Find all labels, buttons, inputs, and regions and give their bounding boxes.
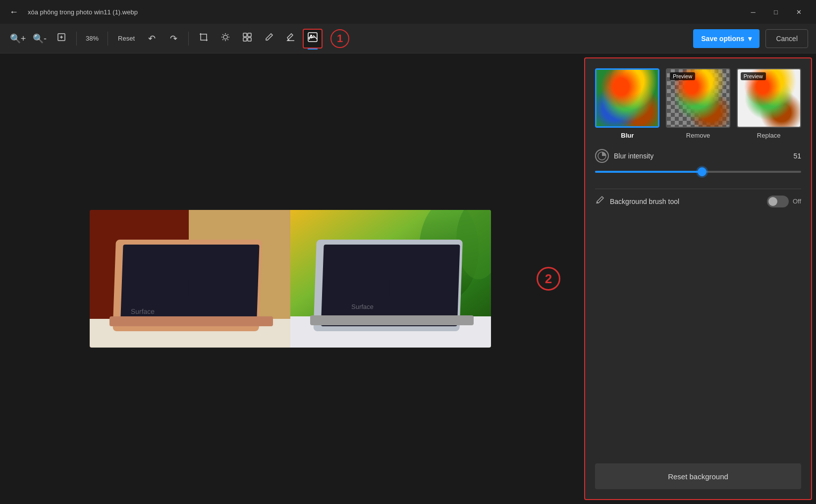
crop-icon <box>199 32 209 45</box>
redo-button[interactable]: ↷ <box>163 29 183 49</box>
fit-button[interactable] <box>52 29 71 49</box>
back-icon: ← <box>9 7 18 17</box>
svg-rect-25 <box>109 316 273 326</box>
photo-container: Surface <box>90 210 491 348</box>
zoom-in-icon: 🔍+ <box>10 33 26 44</box>
svg-rect-28 <box>180 290 187 297</box>
canvas-area: 2 <box>0 53 580 504</box>
right-panel: Blur Preview Remove Preview Replace <box>584 57 812 500</box>
zoom-percent: 38% <box>82 35 103 42</box>
photo-right: Surface <box>290 210 491 348</box>
svg-rect-39 <box>389 282 396 289</box>
reset-button[interactable]: Reset <box>113 32 140 45</box>
zoom-out-button[interactable]: 🔍- <box>30 29 50 49</box>
bg-options-row: Blur Preview Remove Preview Replace <box>595 68 801 139</box>
blur-thumb <box>595 68 659 128</box>
remove-preview-badge: Preview <box>670 72 695 80</box>
undo-button[interactable]: ↶ <box>142 29 162 49</box>
remove-option[interactable]: Preview Remove <box>666 68 731 139</box>
zoom-out-icon: 🔍- <box>33 33 47 44</box>
filter-icon <box>242 32 252 45</box>
replace-option[interactable]: Preview Replace <box>736 68 801 139</box>
replace-preview-badge: Preview <box>741 72 766 80</box>
toolbar: 🔍+ 🔍- 38% Reset ↶ ↷ <box>0 24 816 53</box>
right-photo-svg: Surface <box>290 210 491 348</box>
blur-intensity-label: Blur intensity <box>614 152 788 160</box>
save-options-button[interactable]: Save options ▾ <box>693 29 760 48</box>
brush-icon <box>595 195 605 207</box>
svg-rect-15 <box>248 38 251 41</box>
remove-label: Remove <box>686 132 710 139</box>
blur-label: Blur <box>621 132 634 139</box>
maximize-button[interactable]: □ <box>764 4 787 20</box>
left-photo-svg: Surface <box>90 210 290 348</box>
draw-icon <box>264 32 274 45</box>
background-tool-button[interactable] <box>303 29 323 49</box>
photo-left: Surface <box>90 210 290 348</box>
blur-intensity-row: Blur intensity 51 <box>595 149 801 163</box>
svg-point-17 <box>310 35 312 37</box>
slider-track <box>595 171 801 173</box>
svg-rect-27 <box>189 282 196 289</box>
slider-thumb[interactable] <box>698 167 707 176</box>
filter-button[interactable] <box>237 29 257 49</box>
svg-rect-14 <box>243 38 247 41</box>
erase-button[interactable] <box>281 29 301 49</box>
cancel-button[interactable]: Cancel <box>765 29 808 48</box>
redo-icon: ↷ <box>170 33 177 44</box>
window-title: xóa phông trong photo win11 (1).webp <box>28 8 736 16</box>
svg-rect-37 <box>310 315 474 325</box>
blur-intensity-icon <box>595 149 609 163</box>
maximize-icon: □ <box>774 8 778 16</box>
svg-line-9 <box>227 39 228 40</box>
separator <box>595 189 801 189</box>
toggle-state-label: Off <box>793 198 801 205</box>
divider3 <box>188 32 189 46</box>
svg-rect-13 <box>248 33 251 37</box>
brush-tool-row: Background brush tool Off <box>595 195 801 207</box>
remove-thumb: Preview <box>666 68 730 128</box>
main-area: 2 <box>0 53 816 504</box>
svg-rect-26 <box>181 282 188 289</box>
crop-button[interactable] <box>194 29 214 49</box>
svg-rect-12 <box>243 33 247 37</box>
reset-background-button[interactable]: Reset background <box>595 463 801 489</box>
blur-slider-container[interactable] <box>595 169 801 175</box>
svg-rect-38 <box>381 282 388 289</box>
svg-rect-41 <box>389 290 396 297</box>
close-icon: ✕ <box>796 8 802 16</box>
draw-button[interactable] <box>259 29 279 49</box>
blur-option[interactable]: Blur <box>595 68 660 139</box>
svg-line-11 <box>227 34 228 35</box>
toggle-switch[interactable]: Off <box>767 196 801 207</box>
zoom-in-button[interactable]: 🔍+ <box>8 29 28 49</box>
back-button[interactable]: ← <box>6 4 22 20</box>
step2-badge: 2 <box>537 267 560 291</box>
fit-icon <box>56 32 66 45</box>
svg-line-10 <box>222 39 223 40</box>
replace-thumb: Preview <box>737 68 801 128</box>
toggle-knob <box>768 197 777 206</box>
divider2 <box>108 32 108 46</box>
background-tool-icon <box>307 32 318 45</box>
svg-point-3 <box>223 35 227 39</box>
erase-icon <box>286 32 296 45</box>
brush-tool-label: Background brush tool <box>610 198 762 205</box>
close-button[interactable]: ✕ <box>787 4 810 20</box>
undo-icon: ↶ <box>148 33 156 44</box>
blur-parrot-image <box>597 70 658 126</box>
slider-fill <box>595 171 702 173</box>
replace-label: Replace <box>757 132 781 139</box>
svg-rect-29 <box>188 290 195 297</box>
save-chevron-icon: ▾ <box>748 35 752 43</box>
svg-line-8 <box>222 34 223 35</box>
brightness-icon <box>220 32 230 45</box>
svg-text:Surface: Surface <box>351 303 373 310</box>
minimize-button[interactable]: ─ <box>742 4 764 20</box>
divider <box>76 32 77 46</box>
toggle-track[interactable] <box>767 196 789 207</box>
svg-rect-40 <box>381 290 388 297</box>
titlebar: ← xóa phông trong photo win11 (1).webp ─… <box>0 0 816 24</box>
window-controls: ─ □ ✕ <box>742 4 810 20</box>
brightness-button[interactable] <box>216 29 235 49</box>
